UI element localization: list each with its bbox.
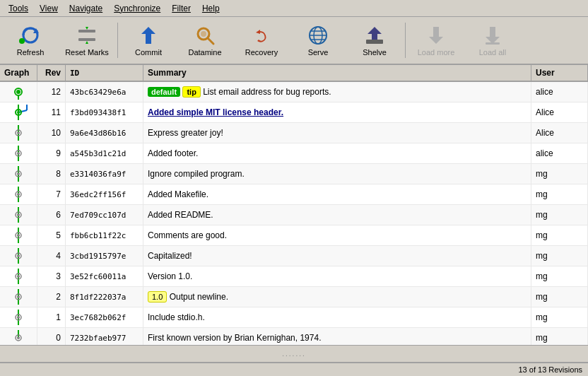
svg-point-2 xyxy=(19,38,25,44)
svg-point-30 xyxy=(17,152,20,155)
svg-line-8 xyxy=(208,38,213,44)
graph-cell xyxy=(0,225,37,246)
user-cell: Alice xyxy=(531,102,588,123)
table-row[interactable]: 5fbb6cb11f22cComments are good.mg xyxy=(0,225,588,246)
svg-point-9 xyxy=(201,31,206,37)
load-more-label: Load more xyxy=(418,48,455,57)
user-cell: mg xyxy=(531,266,588,287)
svg-rect-4 xyxy=(78,30,95,33)
statusbar: 13 of 13 Revisions xyxy=(0,362,588,376)
user-cell: mg xyxy=(531,287,588,307)
graph-cell xyxy=(0,287,37,307)
table-row[interactable]: 1243bc63429e6adefault tip List email add… xyxy=(0,81,588,102)
user-cell: mg xyxy=(531,184,588,205)
table-row[interactable]: 28f1df222037a1.0 Output newline.mg xyxy=(0,287,588,307)
svg-point-36 xyxy=(17,193,20,196)
serve-icon xyxy=(307,24,329,47)
reset-marks-button[interactable]: Reset Marks xyxy=(59,18,114,62)
id-cell: 3cbd1915797e xyxy=(66,246,143,266)
table-row[interactable]: 13ec7682b062fInclude stdio.h.mg xyxy=(0,307,588,328)
statusbar-text: 13 of 13 Revisions xyxy=(519,365,583,374)
shelve-button[interactable]: Shelve xyxy=(347,18,402,62)
table-row[interactable]: 8e3314036fa9fIgnore compiled program.mg xyxy=(0,164,588,184)
rev-cell: 0 xyxy=(37,328,66,346)
table-row[interactable]: 67ed709cc107dAdded README.mg xyxy=(0,205,588,225)
table-row[interactable]: 9a545b3d1c21dAdded footer.alice xyxy=(0,143,588,164)
graph-cell xyxy=(0,266,37,287)
menu-synchronize[interactable]: Synchronize xyxy=(108,2,166,15)
table-row[interactable]: 109a6e43d86b16Express greater joy!Alice xyxy=(0,123,588,143)
table-row[interactable]: 43cbd1915797eCapitalized!mg xyxy=(0,246,588,266)
summary-cell: Added simple MIT license header. xyxy=(143,102,531,123)
table-header-row: Graph Rev ID Summary User xyxy=(0,65,588,81)
svg-point-24 xyxy=(17,111,20,114)
svg-point-57 xyxy=(17,336,20,339)
graph-cell xyxy=(0,164,37,184)
svg-rect-16 xyxy=(486,42,500,45)
table-row[interactable]: 11f3bd093438f1Added simple MIT license h… xyxy=(0,102,588,123)
table-row[interactable]: 736edc2ff156fAdded Makefile.mg xyxy=(0,184,588,205)
revision-table-area[interactable]: Graph Rev ID Summary User 1243bc63429e6a… xyxy=(0,65,588,345)
svg-marker-5 xyxy=(86,27,88,30)
rev-cell: 10 xyxy=(37,123,66,143)
col-header-graph: Graph xyxy=(0,65,37,81)
rev-cell: 6 xyxy=(37,205,66,225)
load-all-icon xyxy=(481,24,504,47)
table-row[interactable]: 33e52fc60011aVersion 1.0.mg xyxy=(0,266,588,287)
summary-cell: Added README. xyxy=(143,205,531,225)
commit-label: Commit xyxy=(135,48,162,57)
menu-view[interactable]: View xyxy=(34,2,64,15)
graph-cell xyxy=(0,102,37,123)
rev-cell: 5 xyxy=(37,225,66,246)
id-cell: fbb6cb11f22c xyxy=(66,225,143,246)
recovery-button[interactable]: Recovery xyxy=(234,18,289,62)
refresh-label: Refresh xyxy=(17,48,45,57)
id-cell: 43bc63429e6a xyxy=(66,81,143,102)
commit-icon xyxy=(137,24,160,47)
col-header-id: ID xyxy=(66,65,143,81)
tag-default: default xyxy=(148,87,180,97)
user-cell: alice xyxy=(531,81,588,102)
id-cell: 7232bfaeb977 xyxy=(66,328,143,346)
commit-button[interactable]: Commit xyxy=(121,18,176,62)
id-cell: 7ed709cc107d xyxy=(66,205,143,225)
svg-point-54 xyxy=(17,316,20,319)
graph-cell xyxy=(0,81,37,102)
graph-cell xyxy=(0,328,37,346)
id-cell: 3e52fc60011a xyxy=(66,266,143,287)
refresh-button[interactable]: Refresh xyxy=(3,18,58,62)
refresh-icon xyxy=(19,24,42,47)
rev-cell: 3 xyxy=(37,266,66,287)
rev-cell: 1 xyxy=(37,307,66,328)
svg-point-27 xyxy=(17,131,20,134)
id-cell: 36edc2ff156f xyxy=(66,184,143,205)
graph-cell xyxy=(0,246,37,266)
summary-cell: Comments are good. xyxy=(143,225,531,246)
resize-handle[interactable]: ....... xyxy=(0,345,588,362)
menu-navigate[interactable]: Navigate xyxy=(64,2,108,15)
load-more-button: Load more xyxy=(408,18,464,62)
recovery-icon xyxy=(250,24,273,47)
summary-cell: Added footer. xyxy=(143,143,531,164)
menu-help[interactable]: Help xyxy=(196,2,225,15)
serve-button[interactable]: Serve xyxy=(290,18,346,62)
menu-filter[interactable]: Filter xyxy=(166,2,196,15)
table-row[interactable]: 07232bfaeb977First known version by Bria… xyxy=(0,328,588,346)
menu-tools[interactable]: Tools xyxy=(3,2,34,15)
datamine-button[interactable]: Datamine xyxy=(177,18,233,62)
toolbar-sep-1 xyxy=(117,23,118,58)
graph-cell xyxy=(0,205,37,225)
graph-cell xyxy=(0,307,37,328)
svg-point-51 xyxy=(17,295,20,298)
summary-cell: Capitalized! xyxy=(143,246,531,266)
svg-point-39 xyxy=(17,213,20,216)
id-cell: 9a6e43d86b16 xyxy=(66,123,143,143)
svg-point-18 xyxy=(16,90,20,94)
recovery-label: Recovery xyxy=(245,48,278,57)
user-cell: mg xyxy=(531,225,588,246)
shelve-icon xyxy=(363,24,386,47)
datamine-label: Datamine xyxy=(188,48,221,57)
id-cell: 8f1df222037a xyxy=(66,287,143,307)
svg-point-48 xyxy=(17,275,20,278)
toolbar-sep-2 xyxy=(405,23,406,58)
